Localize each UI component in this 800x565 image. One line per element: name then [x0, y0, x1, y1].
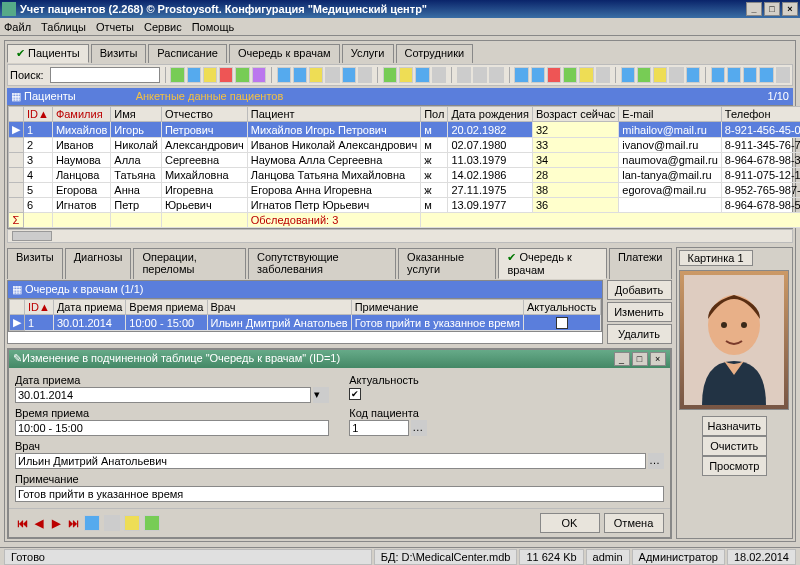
tab-patients[interactable]: Пациенты — [7, 44, 89, 63]
tab-schedule[interactable]: Расписание — [148, 44, 227, 63]
nav-last-icon[interactable] — [759, 67, 773, 83]
toolbar-icon[interactable] — [473, 67, 487, 83]
toolbar-icon[interactable] — [514, 67, 528, 83]
toolbar-icon[interactable] — [653, 67, 667, 83]
dialog-tool-icon[interactable] — [144, 515, 160, 531]
menu-service[interactable]: Сервис — [144, 21, 182, 33]
search-input[interactable] — [50, 67, 160, 83]
date-field[interactable] — [15, 387, 311, 403]
dialog-max-button[interactable]: □ — [632, 352, 648, 366]
menu-file[interactable]: Файл — [4, 21, 31, 33]
menu-reports[interactable]: Отчеты — [96, 21, 134, 33]
close-button[interactable]: × — [782, 2, 798, 16]
toolbar-icon[interactable] — [187, 67, 201, 83]
date-picker-icon[interactable]: ▾ — [313, 387, 329, 403]
actual-label: Актуальность — [349, 374, 663, 386]
actual-checkbox[interactable]: ✔ — [349, 388, 361, 400]
view-button[interactable]: Просмотр — [702, 456, 767, 476]
toolbar-icon[interactable] — [219, 67, 233, 83]
toolbar-icon[interactable] — [235, 67, 249, 83]
tab-visits[interactable]: Визиты — [91, 44, 147, 63]
nav-last-icon[interactable]: ⏭ — [66, 517, 80, 529]
toolbar-icon[interactable] — [432, 67, 446, 83]
patients-hscroll[interactable] — [7, 229, 793, 243]
dialog-tool-icon[interactable] — [124, 515, 140, 531]
toolbar-icon[interactable] — [342, 67, 356, 83]
delete-button[interactable]: Удалить — [607, 324, 672, 344]
toolbar-icon[interactable] — [383, 67, 397, 83]
toolbar-icon[interactable] — [531, 67, 545, 83]
dialog-tool-icon[interactable] — [84, 515, 100, 531]
toolbar-icon[interactable] — [325, 67, 339, 83]
toolbar-icon[interactable] — [203, 67, 217, 83]
table-row[interactable]: 6ИгнатовПетрЮрьевичИгнатов Петр Юрьевичм… — [9, 198, 801, 213]
time-field[interactable] — [15, 420, 329, 436]
dialog-tool-icon[interactable] — [104, 515, 120, 531]
toolbar-icon[interactable] — [399, 67, 413, 83]
toolbar-icon[interactable] — [596, 67, 610, 83]
toolbar-icon[interactable] — [686, 67, 700, 83]
dialog-titlebar[interactable]: ✎ Изменение в подчиненной таблице "Очере… — [9, 350, 670, 368]
doctor-lookup-icon[interactable]: … — [648, 453, 664, 469]
nav-next-icon[interactable]: ▶ — [49, 517, 63, 530]
toolbar-icon[interactable] — [621, 67, 635, 83]
nav-prev-icon[interactable] — [727, 67, 741, 83]
table-row[interactable]: 5ЕгороваАннаИгоревнаЕгорова Анна Игоревн… — [9, 183, 801, 198]
subtab-operations[interactable]: Операции, переломы — [133, 248, 246, 279]
pencil-icon: ✎ — [13, 352, 22, 366]
toolbar: Поиск: — [7, 64, 793, 86]
cancel-button[interactable]: Отмена — [604, 513, 664, 533]
code-lookup-icon[interactable]: … — [411, 420, 427, 436]
statusbar: Готово БД: D:\MedicalCenter.mdb 11 624 K… — [0, 547, 800, 565]
subtab-queue[interactable]: Очередь к врачам — [498, 248, 607, 279]
toolbar-icon[interactable] — [563, 67, 577, 83]
toolbar-icon[interactable] — [252, 67, 266, 83]
subtab-comorbid[interactable]: Сопутствующие заболевания — [248, 248, 396, 279]
toolbar-icon[interactable] — [776, 67, 790, 83]
toolbar-icon[interactable] — [457, 67, 471, 83]
code-field[interactable] — [349, 420, 409, 436]
minimize-button[interactable]: _ — [746, 2, 762, 16]
add-button[interactable]: Добавить — [607, 280, 672, 300]
toolbar-icon[interactable] — [547, 67, 561, 83]
toolbar-icon[interactable] — [358, 67, 372, 83]
nav-prev-icon[interactable]: ◀ — [32, 517, 46, 530]
subtab-payments[interactable]: Платежи — [609, 248, 672, 279]
toolbar-icon[interactable] — [293, 67, 307, 83]
edit-button[interactable]: Изменить — [607, 302, 672, 322]
menu-help[interactable]: Помощь — [192, 21, 235, 33]
doctor-field[interactable] — [15, 453, 646, 469]
toolbar-icon[interactable] — [579, 67, 593, 83]
maximize-button[interactable]: □ — [764, 2, 780, 16]
subtab-visits[interactable]: Визиты — [7, 248, 63, 279]
nav-first-icon[interactable]: ⏮ — [15, 517, 29, 529]
nav-first-icon[interactable] — [711, 67, 725, 83]
pic-tab[interactable]: Картинка 1 — [679, 250, 753, 266]
subtab-diagnoses[interactable]: Диагнозы — [65, 248, 132, 279]
tab-queue[interactable]: Очередь к врачам — [229, 44, 340, 63]
table-row[interactable]: ▶1МихайловИгорьПетровичМихайлов Игорь Пе… — [9, 122, 801, 138]
toolbar-icon[interactable] — [309, 67, 323, 83]
toolbar-icon[interactable] — [170, 67, 184, 83]
queue-row[interactable]: ▶ 1 30.01.2014 10:00 - 15:00 Ильин Дмитр… — [10, 315, 601, 331]
table-row[interactable]: 2ИвановНиколайАлександровичИванов Никола… — [9, 138, 801, 153]
ok-button[interactable]: OK — [540, 513, 600, 533]
status-ready: Готово — [4, 549, 372, 565]
toolbar-icon[interactable] — [669, 67, 683, 83]
toolbar-icon[interactable] — [489, 67, 503, 83]
menu-tables[interactable]: Таблицы — [41, 21, 86, 33]
assign-button[interactable]: Назначить — [702, 416, 767, 436]
toolbar-icon[interactable] — [415, 67, 429, 83]
dialog-min-button[interactable]: _ — [614, 352, 630, 366]
note-field[interactable] — [15, 486, 664, 502]
subtab-services[interactable]: Оказанные услуги — [398, 248, 496, 279]
table-row[interactable]: 4ЛанцоваТатьянаМихайловнаЛанцова Татьяна… — [9, 168, 801, 183]
toolbar-icon[interactable] — [277, 67, 291, 83]
tab-staff[interactable]: Сотрудники — [396, 44, 474, 63]
dialog-close-button[interactable]: × — [650, 352, 666, 366]
toolbar-icon[interactable] — [637, 67, 651, 83]
table-row[interactable]: 3НаумоваАллаСергеевнаНаумова Алла Сергее… — [9, 153, 801, 168]
clear-button[interactable]: Очистить — [702, 436, 767, 456]
nav-next-icon[interactable] — [743, 67, 757, 83]
tab-services[interactable]: Услуги — [342, 44, 394, 63]
